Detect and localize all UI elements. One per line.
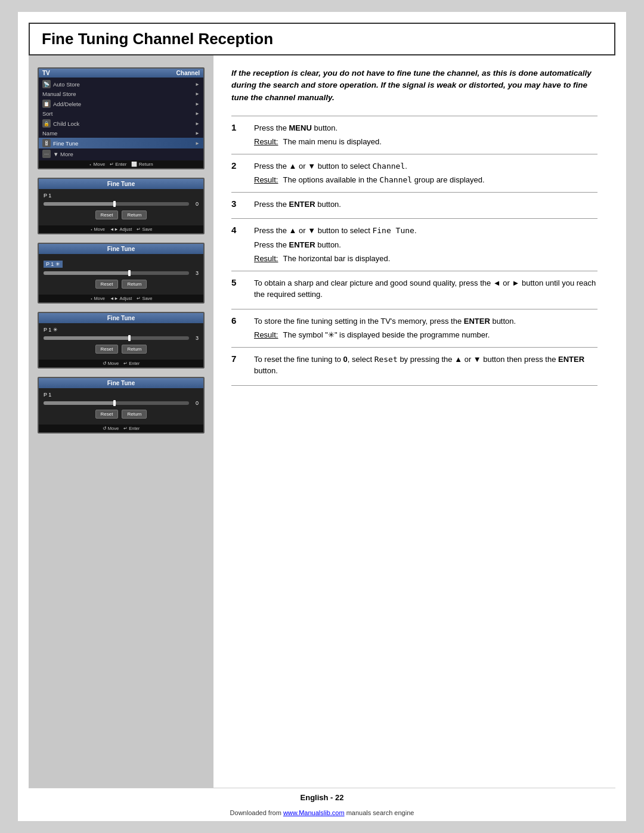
ft3-body: P 1 ✳ 3 Reset Return: [39, 323, 203, 360]
step-6-row: 6 To store the fine tuning setting in th…: [231, 309, 597, 347]
add-delete-icon: 📋: [42, 100, 51, 108]
ft2-slider-thumb: [128, 270, 131, 276]
step-2-result-label: Result:: [254, 174, 278, 186]
step-2-content: Press the ▲ or ▼ button to select Channe…: [249, 154, 597, 192]
ft1-header: Fine Tune: [39, 179, 203, 189]
step-1-num: 1: [231, 116, 249, 154]
ft1-slider-row: 0: [44, 201, 199, 207]
step-7-row: 7 To reset the fine tuning to 0, select …: [231, 347, 597, 385]
child-lock-icon: 🔒: [42, 119, 51, 128]
step-1-result-label: Result:: [254, 136, 278, 148]
footer-download: Downloaded from www.Manualslib.com manua…: [18, 807, 626, 821]
ft2-slider-row: 3: [44, 270, 199, 276]
ft4-reset-btn: Reset: [95, 410, 119, 419]
screen1-header-right: Channel: [177, 70, 200, 76]
step-2-result-text: The options available in the Channel gro…: [283, 174, 484, 186]
menu-item-manual-store: Manual Store ►: [39, 89, 203, 98]
fine-tune-screen-2: Fine Tune P 1 ✳ 3 Reset Return: [38, 243, 205, 304]
ft2-buttons: Reset Return: [44, 280, 199, 289]
ft2-body: P 1 ✳ 3 Reset Return: [39, 254, 203, 295]
step-6-result-label: Result:: [254, 329, 278, 341]
ft3-reset-btn: Reset: [95, 345, 119, 354]
step-6-num: 6: [231, 309, 249, 347]
fine-tune-screen-4: Fine Tune P 1 0 Reset Return: [38, 377, 205, 433]
ft4-slider-track: [44, 401, 189, 405]
ft1-body: P 1 0 Reset Return: [39, 189, 203, 225]
step-1-content: Press the MENU button. Result: The main …: [249, 116, 597, 154]
ft1-value: 0: [191, 201, 199, 207]
step-7-content: To reset the fine tuning to 0, select Re…: [249, 347, 597, 385]
main-layout: TV Channel 📡 Auto Store ► Manual Store ►…: [29, 55, 615, 788]
step-7-num: 7: [231, 347, 249, 385]
ft1-slider-track: [44, 202, 189, 206]
step-4-content: Press the ▲ or ▼ button to select Fine T…: [249, 219, 597, 271]
screen1-menu: 📡 Auto Store ► Manual Store ► 📋 Add/Dele…: [39, 78, 203, 160]
ft4-body: P 1 0 Reset Return: [39, 388, 203, 425]
ft2-footer: ⬩ Move ◄► Adjust ↵ Save: [39, 295, 203, 302]
menu-item-fine-tune: 🎛 Fine Tune ►: [39, 138, 203, 148]
ft1-buttons: Reset Return: [44, 210, 199, 219]
ft1-reset-btn: Reset: [95, 210, 119, 219]
menu-item-add-delete: 📋 Add/Delete ►: [39, 98, 203, 109]
right-column: If the reception is clear, you do not ha…: [213, 55, 615, 788]
ft3-header: Fine Tune: [39, 313, 203, 323]
ft3-slider-row: 3: [44, 335, 199, 341]
ft3-buttons: Reset Return: [44, 345, 199, 354]
step-1-row: 1 Press the MENU button. Result: The mai…: [231, 116, 597, 154]
bottom-label: English - 22: [301, 793, 344, 802]
menu-item-auto-store: 📡 Auto Store ►: [39, 79, 203, 89]
menu-item-more: ⋯ ▼ More: [39, 148, 203, 159]
ft3-slider-thumb: [128, 335, 131, 341]
ft2-reset-btn: Reset: [95, 280, 119, 289]
ft3-channel: P 1 ✳: [44, 327, 199, 333]
step-4-num: 4: [231, 219, 249, 271]
menu-item-child-lock: 🔒 Child Lock ►: [39, 118, 203, 129]
left-column: TV Channel 📡 Auto Store ► Manual Store ►…: [29, 55, 213, 788]
step-3-row: 3 Press the ENTER button.: [231, 192, 597, 219]
screen1-footer: ⬩ Move ↵ Enter ⬜ Return: [39, 160, 203, 168]
ft4-return-btn: Return: [122, 410, 147, 419]
ft3-footer: ↺ Move ↵ Enter: [39, 360, 203, 367]
ft1-slider-fill: [44, 202, 116, 206]
step-5-row: 5 To obtain a sharp and clear picture an…: [231, 271, 597, 309]
ft2-header: Fine Tune: [39, 244, 203, 254]
ft4-channel: P 1: [44, 392, 199, 398]
ft2-slider-track: [44, 271, 189, 275]
step-6-result-text: The symbol "✳" is displayed beside the p…: [283, 329, 490, 341]
ft4-value: 0: [191, 400, 199, 406]
screen1-header-left: TV: [42, 70, 50, 76]
step-1-result-text: The main menu is displayed.: [283, 136, 381, 148]
page-title-bar: Fine Tuning Channel Reception: [29, 23, 615, 55]
steps-table: 1 Press the MENU button. Result: The mai…: [231, 116, 597, 386]
menu-item-sort: Sort ►: [39, 109, 203, 118]
step-3-content: Press the ENTER button.: [249, 192, 597, 219]
ft1-footer: ⬩ Move ◄► Adjust ↵ Save: [39, 225, 203, 233]
intro-text: If the reception is clear, you do not ha…: [231, 67, 597, 104]
ft2-slider-fill: [44, 271, 131, 275]
step-6-content: To store the fine tuning setting in the …: [249, 309, 597, 347]
tv-channel-menu-screen: TV Channel 📡 Auto Store ► Manual Store ►…: [38, 67, 205, 169]
manualslib-link[interactable]: www.Manualslib.com: [283, 809, 345, 816]
ft4-slider-fill: [44, 401, 116, 405]
step-5-num: 5: [231, 271, 249, 309]
ft1-slider-thumb: [113, 201, 116, 207]
step-4-row: 4 Press the ▲ or ▼ button to select Fine…: [231, 219, 597, 271]
ft2-return-btn: Return: [122, 280, 147, 289]
step-2-row: 2 Press the ▲ or ▼ button to select Chan…: [231, 154, 597, 192]
bottom-bar: English - 22: [29, 788, 615, 807]
ft4-header: Fine Tune: [39, 378, 203, 388]
fine-tune-icon: 🎛: [42, 139, 51, 147]
step-4-result-text: The horizontal bar is displayed.: [283, 253, 390, 265]
menu-item-name: Name ►: [39, 129, 203, 138]
ft2-channel: P 1 ✳: [44, 261, 63, 268]
screen1-header: TV Channel: [39, 69, 203, 78]
more-icon: ⋯: [42, 150, 51, 158]
step-4-result-label: Result:: [254, 253, 278, 265]
ft3-slider-fill: [44, 336, 131, 340]
ft1-return-btn: Return: [122, 210, 147, 219]
ft3-slider-track: [44, 336, 189, 340]
ft3-return-btn: Return: [122, 345, 147, 354]
ft4-slider-row: 0: [44, 400, 199, 406]
step-3-num: 3: [231, 192, 249, 219]
fine-tune-screen-1: Fine Tune P 1 0 Reset Return: [38, 178, 205, 234]
